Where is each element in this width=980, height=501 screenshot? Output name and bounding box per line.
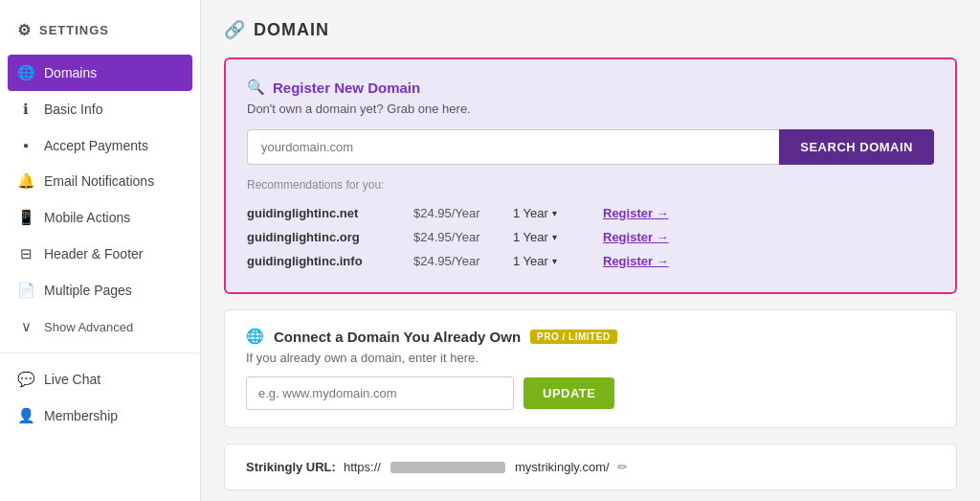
domain-rec-name: guidinglightinc.org [247, 230, 400, 244]
sidebar-item-accept-payments[interactable]: ▪ Accept Payments [0, 127, 200, 163]
chevron-down-icon: ▾ [552, 232, 557, 242]
gear-icon: ⚙ [17, 21, 32, 39]
domain-rec-name: guidinglightinc.info [247, 254, 400, 268]
chevron-down-icon: ∨ [17, 318, 34, 335]
sidebar-divider [0, 353, 200, 353]
sidebar-item-live-chat[interactable]: 💬 Live Chat [0, 361, 200, 398]
domain-rec-price: $24.95/Year [413, 230, 500, 244]
pages-icon: 📄 [17, 282, 34, 299]
domain-search-row: SEARCH DOMAIN [247, 129, 934, 165]
sidebar-item-domains[interactable]: 🌐 Domains [8, 55, 192, 91]
search-domain-button[interactable]: SEARCH DOMAIN [779, 129, 934, 165]
sidebar-item-label: Email Notifications [44, 173, 154, 189]
search-magnify-icon: 🔍 [247, 79, 265, 96]
domain-register-link[interactable]: Register → [603, 254, 669, 268]
info-icon: ℹ [17, 101, 34, 118]
update-domain-button[interactable]: UPDATE [523, 377, 614, 409]
register-card-title: 🔍 Register New Domain [247, 79, 934, 96]
domain-icon: 🔗 [224, 19, 246, 40]
strikingly-url-suffix: mystrikingly.com/ [515, 460, 610, 474]
membership-icon: 👤 [17, 407, 34, 424]
sidebar-item-label: Domains [44, 65, 97, 80]
edit-icon[interactable]: ✏ [617, 460, 628, 474]
sidebar-item-label: Multiple Pages [44, 283, 132, 298]
payments-icon: ▪ [17, 137, 34, 153]
bell-icon: 🔔 [17, 172, 34, 190]
sidebar-item-label: Header & Footer [44, 246, 144, 262]
sidebar-item-label: Membership [44, 408, 118, 423]
strikingly-url-label: Strikingly URL: [246, 460, 336, 474]
sidebar-item-header-footer[interactable]: ⊟ Header & Footer [0, 236, 200, 272]
domain-year-dropdown[interactable]: 1 Year ▾ [513, 206, 590, 220]
sidebar-item-label: Accept Payments [44, 138, 148, 153]
sidebar-item-label: Show Advanced [44, 320, 133, 334]
header-footer-icon: ⊟ [17, 245, 34, 262]
recommendations-label: Recommendations for you: [247, 178, 934, 192]
connect-card-subtitle: If you already own a domain, enter it he… [246, 351, 935, 365]
domain-rec-row: guidinglightinc.net $24.95/Year 1 Year ▾… [247, 201, 934, 225]
page-title: 🔗 DOMAIN [224, 19, 957, 40]
sidebar-item-label: Live Chat [44, 372, 100, 387]
sidebar: ⚙ SETTINGS 🌐 Domains ℹ Basic Info ▪ Acce… [0, 0, 201, 501]
sidebar-item-mobile-actions[interactable]: 📱 Mobile Actions [0, 199, 200, 236]
sidebar-item-show-advanced[interactable]: ∨ Show Advanced [0, 308, 200, 345]
register-domain-card: 🔍 Register New Domain Don't own a domain… [224, 57, 957, 294]
register-card-subtitle: Don't own a domain yet? Grab one here. [247, 102, 934, 116]
main-content: 🔗 DOMAIN 🔍 Register New Domain Don't own… [201, 0, 980, 501]
domain-year-dropdown[interactable]: 1 Year ▾ [513, 254, 590, 268]
sidebar-item-label: Mobile Actions [44, 210, 130, 225]
chevron-down-icon: ▾ [552, 208, 557, 218]
domain-register-link[interactable]: Register → [603, 230, 669, 244]
sidebar-item-membership[interactable]: 👤 Membership [0, 398, 200, 434]
strikingly-url-blurred [390, 462, 505, 473]
domain-rec-row: guidinglightinc.info $24.95/Year 1 Year … [247, 249, 934, 273]
mobile-icon: 📱 [17, 209, 34, 226]
sidebar-item-label: Basic Info [44, 102, 102, 117]
sidebar-item-basic-info[interactable]: ℹ Basic Info [0, 91, 200, 127]
connect-domain-input[interactable] [246, 376, 514, 410]
connect-card-title: 🌐 Connect a Domain You Already Own PRO /… [246, 328, 935, 345]
domain-rec-price: $24.95/Year [413, 254, 500, 268]
connect-domain-row: UPDATE [246, 376, 935, 410]
domain-year-dropdown[interactable]: 1 Year ▾ [513, 230, 590, 244]
chevron-down-icon: ▾ [552, 256, 557, 266]
strikingly-url-card: Strikingly URL: https:// mystrikingly.co… [224, 444, 957, 490]
domain-rec-row: guidinglightinc.org $24.95/Year 1 Year ▾… [247, 225, 934, 249]
strikingly-url-prefix: https:// [344, 460, 381, 474]
domain-rec-name: guidinglightinc.net [247, 206, 400, 220]
domain-rec-price: $24.95/Year [413, 206, 500, 220]
connect-domain-card: 🌐 Connect a Domain You Already Own PRO /… [224, 309, 957, 428]
domain-register-link[interactable]: Register → [603, 206, 669, 220]
globe-connect-icon: 🌐 [246, 328, 264, 345]
chat-icon: 💬 [17, 371, 34, 388]
sidebar-header: ⚙ SETTINGS [0, 10, 200, 55]
domain-recommendations: guidinglightinc.net $24.95/Year 1 Year ▾… [247, 201, 934, 273]
domain-search-input[interactable] [247, 129, 779, 165]
sidebar-header-label: SETTINGS [39, 23, 109, 37]
strikingly-url-row: Strikingly URL: https:// mystrikingly.co… [246, 460, 935, 474]
sidebar-item-email-notifications[interactable]: 🔔 Email Notifications [0, 163, 200, 199]
sidebar-item-multiple-pages[interactable]: 📄 Multiple Pages [0, 272, 200, 308]
pro-badge: PRO / LIMITED [530, 330, 617, 344]
globe-icon: 🌐 [17, 64, 34, 81]
